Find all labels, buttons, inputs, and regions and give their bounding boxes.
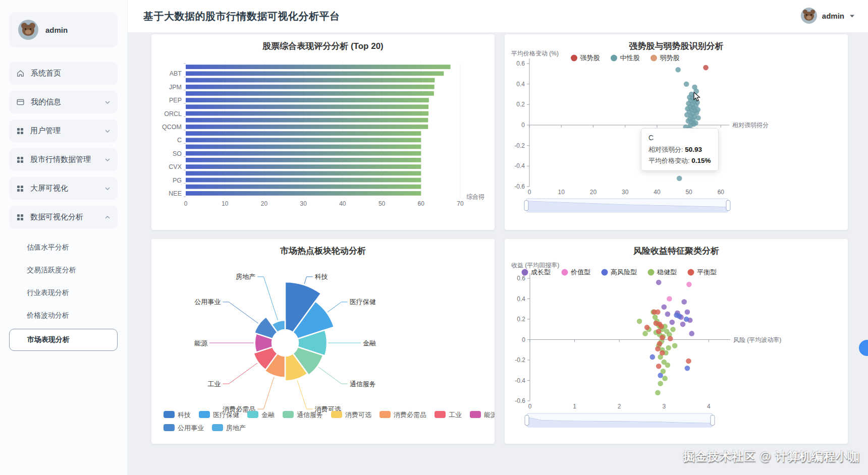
- svg-text:70: 70: [457, 200, 464, 207]
- grid-icon: [16, 127, 24, 135]
- rose-slices[interactable]: [253, 282, 334, 381]
- chevron-down-icon: [104, 99, 111, 105]
- sidebar-subitem-valuation-analysis[interactable]: 估值水平分析: [9, 236, 118, 259]
- score-bar-chart-canvas[interactable]: 010203040506070ABTJPMPEPORCLQCOMCSOCVXPG…: [151, 34, 495, 230]
- sidebar-item-stock-data-management[interactable]: 股市行情数据管理: [9, 148, 118, 171]
- sector-rose-chart-canvas[interactable]: 科技医疗保健金融通信服务消费可选消费必需品工业能源公用事业房地产科技医疗保健金融…: [151, 239, 495, 444]
- chevron-down-icon: [104, 128, 111, 134]
- submenu-label: 市场表现分析: [27, 335, 70, 344]
- user-avatar-small: [801, 8, 817, 24]
- sidebar-subitem-industry-performance-analysis[interactable]: 行业表现分析: [9, 281, 118, 304]
- sidebar-item-label: 股市行情数据管理: [30, 155, 91, 164]
- app-root: admin 系统首页 我的信息 用户管理: [0, 0, 868, 475]
- svg-text:通信服务: 通信服务: [350, 380, 376, 388]
- grid-icon: [16, 156, 24, 164]
- sidebar-item-my-info[interactable]: 我的信息: [9, 91, 118, 113]
- sidebar-subitem-trading-activity-analysis[interactable]: 交易活跃度分析: [9, 259, 118, 281]
- svg-text:高风险型: 高风险型: [611, 268, 637, 276]
- watermark-text: 掘金技术社区 @ 计算机编程小咖: [683, 449, 860, 464]
- svg-text:30: 30: [622, 189, 629, 196]
- chevron-down-icon: [104, 186, 111, 192]
- grid-icon: [16, 185, 24, 193]
- svg-text:0: 0: [184, 200, 188, 207]
- svg-text:40: 40: [339, 200, 346, 207]
- sidebar-subitem-market-performance-analysis[interactable]: 市场表现分析: [9, 329, 118, 351]
- top-header: 基于大数据的股市行情数据可视化分析平台 admin: [127, 0, 868, 32]
- sidebar-item-label: 我的信息: [31, 97, 61, 107]
- svg-text:60: 60: [718, 189, 725, 196]
- svg-text:20: 20: [261, 200, 268, 207]
- svg-text:50: 50: [685, 189, 692, 196]
- sidebar-item-data-visual-analysis[interactable]: 数据可视化分析: [9, 206, 118, 228]
- svg-text:弱势股: 弱势股: [660, 54, 680, 62]
- svg-text:风险 (平均波动率): 风险 (平均波动率): [733, 336, 781, 343]
- svg-text:消费可选: 消费可选: [345, 411, 371, 419]
- bar-series[interactable]: [186, 65, 451, 196]
- submenu-label: 交易活跃度分析: [27, 266, 76, 275]
- svg-text:C: C: [177, 137, 182, 144]
- sidebar-subitem-price-volatility-analysis[interactable]: 价格波动分析: [9, 304, 118, 327]
- datazoom-slider[interactable]: [525, 413, 715, 427]
- svg-text:NEE: NEE: [169, 190, 182, 197]
- svg-text:-0.4: -0.4: [515, 377, 525, 384]
- svg-text:1: 1: [573, 403, 576, 410]
- svg-text:-0.2: -0.2: [514, 142, 525, 149]
- chart-legend[interactable]: 强势股中性股弱势股: [571, 54, 680, 62]
- datazoom-slider[interactable]: [524, 199, 730, 212]
- svg-text:PG: PG: [173, 177, 182, 184]
- svg-text:金融: 金融: [363, 339, 376, 347]
- svg-text:价值型: 价值型: [570, 268, 590, 276]
- user-profile-card[interactable]: admin: [9, 12, 118, 47]
- sidebar-item-home[interactable]: 系统首页: [9, 62, 118, 85]
- datazoom-handle[interactable]: [525, 415, 529, 426]
- user-name: admin: [822, 12, 844, 20]
- svg-text:0: 0: [522, 336, 525, 343]
- risk-scatter-chart-canvas[interactable]: 0.60.40.20-0.2-0.4-0.601234风险 (平均波动率)收益 …: [505, 239, 848, 444]
- svg-text:50: 50: [378, 200, 386, 207]
- sidebar-item-big-screen[interactable]: 大屏可视化: [9, 177, 118, 200]
- scatter-points[interactable]: [637, 280, 694, 395]
- sidebar-item-label: 数据可视化分析: [30, 212, 83, 222]
- datazoom-handle[interactable]: [524, 201, 528, 211]
- datazoom-handle[interactable]: [726, 201, 730, 211]
- chart-title: 股票综合表现评分分析 (Top 20): [151, 40, 495, 52]
- user-menu[interactable]: admin: [801, 8, 855, 24]
- svg-text:医疗保健: 医疗保健: [213, 411, 239, 419]
- svg-text:通信服务: 通信服务: [297, 411, 323, 419]
- chart-legend[interactable]: 科技医疗保健金融通信服务消费可选消费必需品工业能源公用事业房地产: [164, 411, 495, 432]
- sidebar: admin 系统首页 我的信息 用户管理: [0, 0, 128, 475]
- svg-text:能源: 能源: [484, 411, 495, 419]
- svg-text:0.4: 0.4: [517, 295, 525, 303]
- panel-sector-rose-chart: 市场热点板块轮动分析 科技医疗保健金融通信服务消费可选消费必需品工业能源公用事业…: [151, 239, 495, 444]
- svg-text:-0.6: -0.6: [514, 183, 525, 190]
- chart-title: 市场热点板块轮动分析: [151, 245, 495, 257]
- svg-text:ORCL: ORCL: [164, 110, 182, 117]
- sidebar-item-user-management[interactable]: 用户管理: [9, 120, 118, 142]
- user-avatar: [18, 20, 38, 40]
- svg-text:房地产: 房地产: [236, 273, 255, 280]
- svg-text:稳健型: 稳健型: [657, 268, 677, 276]
- svg-text:20: 20: [590, 189, 597, 196]
- caret-down-icon: [849, 11, 855, 20]
- chart-legend[interactable]: 成长型价值型高风险型稳健型平衡型: [522, 268, 717, 276]
- tooltip-title: C: [648, 134, 711, 142]
- svg-text:0.6: 0.6: [517, 275, 525, 282]
- dashboard-content: 股票综合表现评分分析 (Top 20) 010203040506070ABTJP…: [127, 32, 868, 475]
- datazoom-handle[interactable]: [711, 415, 715, 426]
- svg-text:0.4: 0.4: [516, 81, 525, 88]
- panel-strength-scatter-chart: 强势股与弱势股识别分析 0.60.40.20-0.2-0.4-0.6010203…: [505, 34, 848, 230]
- card-icon: [16, 98, 25, 106]
- svg-text:成长型: 成长型: [531, 268, 551, 276]
- svg-text:0.2: 0.2: [516, 101, 525, 108]
- svg-text:金融: 金融: [261, 411, 275, 419]
- svg-text:公用事业: 公用事业: [178, 424, 204, 432]
- submenu-label: 行业表现分析: [27, 288, 69, 298]
- svg-text:综合得: 综合得: [466, 193, 484, 200]
- svg-text:30: 30: [300, 200, 307, 207]
- svg-text:房地产: 房地产: [226, 424, 246, 432]
- svg-text:0: 0: [528, 403, 532, 410]
- svg-text:能源: 能源: [194, 339, 208, 347]
- svg-text:消费必需品: 消费必需品: [394, 411, 426, 419]
- svg-text:科技: 科技: [315, 273, 328, 280]
- svg-text:10: 10: [222, 200, 229, 207]
